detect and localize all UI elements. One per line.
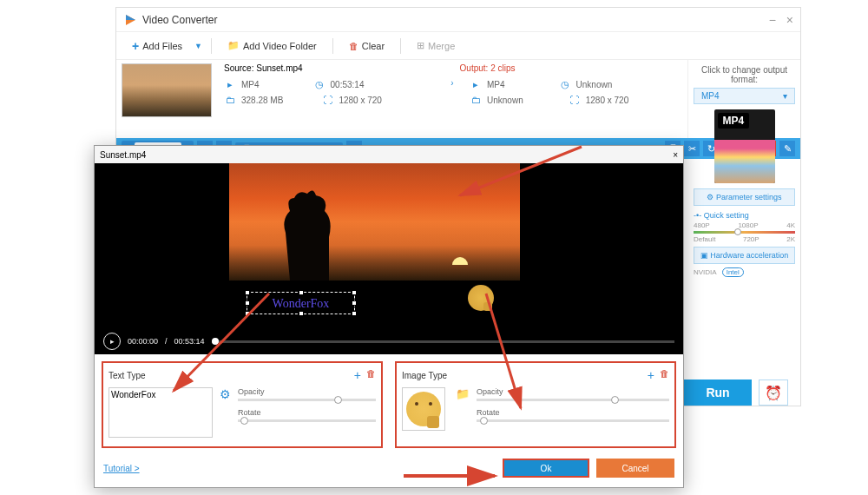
source-duration: 00:53:14 <box>331 80 365 89</box>
format-icon: ▸ <box>470 78 482 90</box>
format-preview[interactable]: MP4 <box>714 109 775 183</box>
image-watermark-preview[interactable] <box>468 285 494 311</box>
text-type-panel: Text Type +🗑 ⚙ Opacity Rotate <box>102 361 383 448</box>
run-button[interactable]: Run <box>684 380 752 406</box>
merge-button[interactable]: ⊞Merge <box>410 36 462 55</box>
add-image-button[interactable]: + <box>648 368 654 382</box>
quality-slider[interactable] <box>694 231 795 234</box>
folder-icon: 📁 <box>227 40 240 51</box>
format-selector[interactable]: MP4▾ <box>694 88 795 104</box>
opacity-label: Opacity <box>238 387 265 396</box>
cut-button[interactable]: ✂ <box>684 141 700 156</box>
merge-icon: ⊞ <box>417 40 424 51</box>
timeline-slider[interactable] <box>212 340 674 343</box>
separator-icon: › <box>444 78 461 109</box>
parameter-settings-button[interactable]: ⚙ Parameter settings <box>694 188 795 206</box>
opacity-label: Opacity <box>477 387 503 396</box>
source-format: MP4 <box>241 80 260 89</box>
rotate-label: Rotate <box>238 408 261 417</box>
playback-controls: ▸ 00:00:00 / 00:53:14 <box>95 328 683 354</box>
output-duration: Unknown <box>576 80 613 89</box>
alarm-icon: ⏰ <box>765 385 782 401</box>
image-type-panel: Image Type +🗑 📁 Opacity Rotate <box>395 361 676 448</box>
image-rotate-slider[interactable] <box>477 419 669 422</box>
video-thumbnail[interactable] <box>122 63 212 117</box>
time-total: 00:53:14 <box>174 337 205 346</box>
resolution-icon: ⛶ <box>569 94 581 106</box>
text-type-label: Text Type <box>108 371 146 380</box>
size-icon: 🗀 <box>224 94 236 106</box>
trash-icon: 🗑 <box>349 41 358 51</box>
add-files-button[interactable]: +Add Files <box>125 36 189 56</box>
plus-icon: + <box>132 39 139 53</box>
time-current: 00:00:00 <box>128 337 158 346</box>
resolution-icon: ⛶ <box>321 94 333 106</box>
source-label: Source: Sunset.mp4 <box>224 63 303 73</box>
browse-image-button[interactable]: 📁 <box>456 387 470 431</box>
chip-icon: ▣ <box>700 251 708 260</box>
dropdown-arrow-icon[interactable]: ▼ <box>194 42 202 50</box>
edit-button[interactable]: ✎ <box>779 141 795 156</box>
main-toolbar: +Add Files ▼ 📁Add Video Folder 🗑Clear ⊞M… <box>116 32 800 60</box>
delete-text-button[interactable]: 🗑 <box>366 368 376 382</box>
dialog-close-button[interactable]: × <box>673 150 678 160</box>
output-resolution: 1280 x 720 <box>586 96 629 105</box>
text-opacity-slider[interactable] <box>238 399 376 401</box>
file-row: Source: Sunset.mp4 Output: 2 clips ▸MP4◷… <box>116 60 800 138</box>
text-settings-icon[interactable]: ⚙ <box>220 387 231 438</box>
schedule-button[interactable]: ⏰ <box>759 380 788 406</box>
dropdown-arrow-icon: ▾ <box>783 91 787 101</box>
nvidia-label: NVIDIA <box>694 268 717 276</box>
size-icon: 🗀 <box>470 94 482 106</box>
format-hint: Click to change output format: <box>694 65 795 84</box>
dialog-title-bar: Sunset.mp4 × <box>95 146 683 163</box>
add-folder-button[interactable]: 📁Add Video Folder <box>220 36 324 55</box>
tutorial-link[interactable]: Tutorial > <box>103 464 140 473</box>
video-preview: WonderFox ▸ 00:00:00 / 00:53:14 <box>95 163 683 354</box>
source-size: 328.28 MB <box>241 96 283 105</box>
source-resolution: 1280 x 720 <box>339 96 382 105</box>
silhouette <box>268 176 346 280</box>
output-panel: Click to change output format: MP4▾ MP4 … <box>687 60 800 138</box>
output-size: Unknown <box>487 96 523 105</box>
settings-icon: ⚙ <box>707 193 713 201</box>
play-button[interactable]: ▸ <box>103 333 121 350</box>
dialog-title: Sunset.mp4 <box>100 150 146 160</box>
minimize-button[interactable]: − <box>769 13 776 27</box>
clock-icon: ◷ <box>313 78 326 90</box>
image-type-label: Image Type <box>402 371 447 380</box>
intel-badge: Intel <box>722 267 744 277</box>
text-rotate-slider[interactable] <box>238 419 376 422</box>
format-badge: MP4 <box>718 113 750 129</box>
add-text-button[interactable]: + <box>354 368 361 382</box>
watermark-text-input[interactable] <box>108 387 213 438</box>
delete-image-button[interactable]: 🗑 <box>660 368 669 382</box>
clear-button[interactable]: 🗑Clear <box>342 37 391 55</box>
hardware-accel-button[interactable]: ▣ Hardware acceleration <box>694 247 795 264</box>
cancel-button[interactable]: Cancel <box>596 459 674 478</box>
app-logo-icon <box>123 13 137 27</box>
title-bar: Video Converter − × <box>116 8 800 32</box>
text-watermark-box[interactable]: WonderFox <box>247 292 355 314</box>
rotate-label: Rotate <box>477 408 500 417</box>
svg-marker-1 <box>126 15 135 20</box>
image-thumbnail[interactable] <box>402 387 445 431</box>
sun <box>452 257 468 265</box>
watermark-dialog: Sunset.mp4 × WonderFox ▸ 00:00:00 / 00:5… <box>94 145 684 488</box>
ok-button[interactable]: Ok <box>503 459 589 478</box>
app-title: Video Converter <box>142 14 769 26</box>
close-button[interactable]: × <box>786 13 793 27</box>
format-icon: ▸ <box>224 78 236 90</box>
quick-setting-label: -•- Quick setting <box>694 211 795 220</box>
image-opacity-slider[interactable] <box>477 399 669 401</box>
output-label: Output: 2 clips <box>460 63 516 73</box>
output-format: MP4 <box>487 80 505 89</box>
clock-icon: ◷ <box>559 78 571 90</box>
